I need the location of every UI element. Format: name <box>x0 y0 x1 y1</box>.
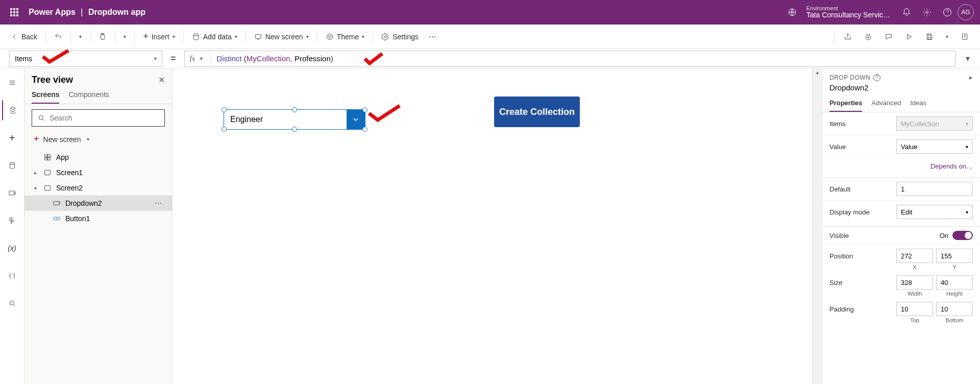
tab-components[interactable]: Components <box>68 90 109 104</box>
tree-item-label: Screen2 <box>56 184 83 192</box>
property-selector[interactable]: Items ▾ <box>9 51 162 67</box>
notifications-icon[interactable] <box>896 2 917 22</box>
rail-search-icon[interactable] <box>2 293 22 314</box>
svg-point-9 <box>330 36 331 36</box>
undo-button[interactable] <box>50 30 66 44</box>
canvas-area: Engineer Create Collection ▴ <box>173 68 822 384</box>
prop-visible-toggle[interactable] <box>952 231 973 240</box>
rail-power-automate-icon[interactable] <box>2 210 22 231</box>
app-header: Power Apps | Dropdown app Environment Ta… <box>0 0 980 25</box>
settings-label: Settings <box>393 33 419 41</box>
tree-close-icon[interactable]: ✕ <box>158 75 165 85</box>
tree-item-screen1[interactable]: ▸ Screen1 <box>24 165 172 180</box>
rail-tree-view-icon[interactable] <box>2 100 22 121</box>
depends-on-link[interactable]: Depends on… <box>930 162 973 170</box>
app-checker-icon[interactable] <box>859 30 877 44</box>
control-name: Dropdown2 <box>822 83 980 96</box>
canvas-create-collection-button[interactable]: Create Collection <box>494 97 580 127</box>
svg-rect-15 <box>9 191 14 195</box>
formula-text[interactable]: Distinct (MyCollection, Profession) <box>216 54 333 63</box>
prop-pad-bottom-input[interactable] <box>936 302 973 316</box>
fx-dropdown-icon[interactable]: ▾ <box>200 56 203 61</box>
property-selector-value: Items <box>15 55 32 63</box>
tree-item-more-icon[interactable]: ⋯ <box>155 199 165 207</box>
search-icon <box>37 114 45 122</box>
rail-media-icon[interactable] <box>2 183 22 203</box>
prop-pad-top-input[interactable] <box>896 302 933 316</box>
canvas-scrollbar[interactable]: ▴ <box>813 68 822 384</box>
tree-item-button1[interactable]: Button1 <box>24 211 172 226</box>
prop-items-label: Items <box>829 120 846 128</box>
rail-variables-icon[interactable]: (x) <box>2 238 22 258</box>
prop-value-select[interactable]: Value▾ <box>896 139 973 154</box>
create-collection-label: Create Collection <box>499 107 575 117</box>
title-separator: | <box>81 8 83 16</box>
theme-button[interactable]: Theme ▾ <box>322 30 369 44</box>
undo-dropdown[interactable]: ▾ <box>75 31 86 42</box>
save-icon[interactable] <box>920 30 939 44</box>
comments-icon[interactable] <box>879 30 898 44</box>
equals-sign: = <box>167 53 179 64</box>
command-bar: Back ▾ ▾ + Insert ▾ Add data ▾ New scree… <box>0 25 980 49</box>
publish-icon[interactable] <box>955 30 974 44</box>
tree-item-dropdown2[interactable]: Dropdown2 ⋯ <box>24 196 172 211</box>
rail-tools-icon[interactable] <box>2 266 22 286</box>
info-icon[interactable]: ? <box>873 74 880 81</box>
prop-default-input[interactable] <box>896 182 973 196</box>
svg-point-2 <box>944 9 951 16</box>
tab-ideas[interactable]: Ideas <box>910 96 926 112</box>
rail-insert-icon[interactable]: + <box>2 128 22 148</box>
help-icon[interactable] <box>937 2 958 22</box>
tab-advanced[interactable]: Advanced <box>871 96 901 112</box>
canvas[interactable]: Engineer Create Collection <box>173 68 813 384</box>
rail-data-icon[interactable] <box>2 155 22 176</box>
tab-properties[interactable]: Properties <box>829 96 862 112</box>
plus-icon: + <box>34 134 39 145</box>
preview-icon[interactable] <box>900 30 918 44</box>
tab-screens[interactable]: Screens <box>32 90 59 104</box>
tree-new-screen-button[interactable]: + New screen ▾ <box>24 132 172 150</box>
tree-view-panel: Tree view ✕ Screens Components + New scr… <box>24 68 173 384</box>
canvas-dropdown-control[interactable]: Engineer <box>224 109 365 130</box>
new-screen-button[interactable]: New screen ▾ <box>250 30 313 44</box>
prop-pos-y-input[interactable] <box>936 249 973 263</box>
add-data-button[interactable]: Add data ▾ <box>188 30 241 44</box>
formula-row: Items ▾ = fx ▾ Distinct (MyCollection, P… <box>0 49 980 68</box>
rail-hamburger-icon[interactable] <box>2 73 22 93</box>
formula-bar[interactable]: fx ▾ Distinct (MyCollection, Profession) <box>184 51 955 67</box>
prop-items-select[interactable]: MyCollection▾ <box>896 116 973 131</box>
canvas-dropdown-chevron[interactable] <box>347 110 365 129</box>
tree-item-label: Dropdown2 <box>65 199 102 207</box>
formula-expand-icon[interactable]: ▾ <box>961 54 975 63</box>
scroll-up-icon[interactable]: ▴ <box>813 68 822 76</box>
prop-height-input[interactable] <box>936 275 973 290</box>
app-launcher-icon[interactable] <box>6 4 22 20</box>
environment-picker[interactable]: Environment Tata Consultancy Servic… <box>782 2 890 22</box>
canvas-dropdown-value: Engineer <box>224 115 347 124</box>
settings-button[interactable]: Settings <box>377 30 423 44</box>
prop-display-mode-select[interactable]: Edit▾ <box>896 205 973 219</box>
settings-gear-icon[interactable] <box>917 2 937 22</box>
product-name: Power Apps <box>29 8 76 16</box>
tree-search-box[interactable] <box>32 109 165 127</box>
share-icon[interactable] <box>839 30 857 44</box>
prop-pos-x-input[interactable] <box>896 249 933 263</box>
expand-icon[interactable]: ▸ <box>32 170 39 176</box>
back-label: Back <box>21 33 37 41</box>
environment-name: Tata Consultancy Servic… <box>806 11 890 19</box>
paste-dropdown[interactable]: ▾ <box>119 31 130 42</box>
tree-search-input[interactable] <box>50 114 159 122</box>
panel-expand-icon[interactable]: ▸ <box>969 74 973 81</box>
save-dropdown[interactable]: ▾ <box>941 31 953 42</box>
paste-button[interactable] <box>94 30 111 44</box>
more-commands-button[interactable]: ⋯ <box>425 30 441 44</box>
prop-width-input[interactable] <box>896 275 933 290</box>
collapse-icon[interactable]: ▾ <box>32 185 39 191</box>
back-button[interactable]: Back <box>6 30 41 44</box>
insert-button[interactable]: + Insert ▾ <box>139 28 179 45</box>
tree-item-app[interactable]: App <box>24 150 172 165</box>
tree-item-screen2[interactable]: ▾ Screen2 <box>24 180 172 196</box>
fx-icon: fx <box>190 54 195 63</box>
prop-visible-label: Visible <box>829 232 849 239</box>
user-avatar[interactable]: AG <box>958 4 974 20</box>
